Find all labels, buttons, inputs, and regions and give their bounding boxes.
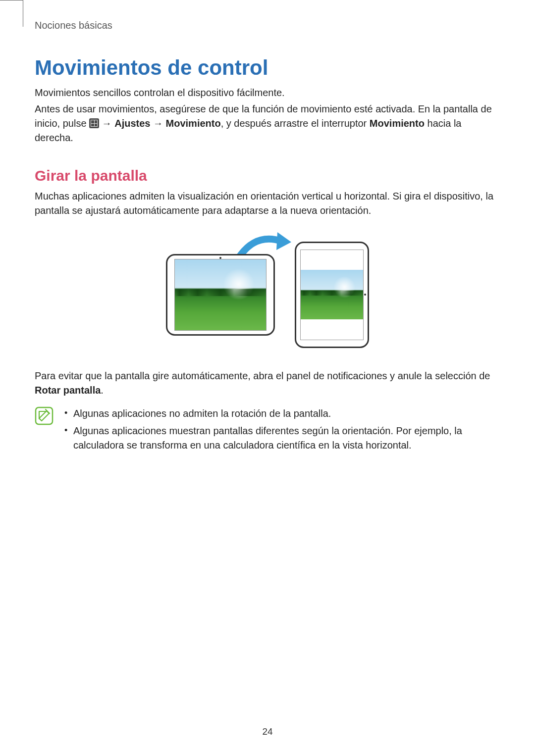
svg-rect-1 <box>36 407 53 424</box>
note-block: Algunas aplicaciones no admiten la rotac… <box>35 406 500 455</box>
bold-movimiento-2: Movimiento <box>370 118 425 129</box>
camera-dot-icon <box>364 294 366 296</box>
apps-grid-icon <box>89 118 99 128</box>
text-segment: Para evitar que la pantalla gire automát… <box>35 370 490 381</box>
intro-paragraph-1: Movimientos sencillos controlan el dispo… <box>35 86 500 100</box>
camera-dot-icon <box>219 257 221 259</box>
page-title: Movimientos de control <box>35 56 500 80</box>
bold-rotar-pantalla: Rotar pantalla <box>35 385 101 396</box>
text-segment: . <box>101 385 104 396</box>
page-number: 24 <box>0 726 535 737</box>
bold-movimiento-1: Movimiento <box>166 118 221 129</box>
landscape-photo <box>301 270 363 319</box>
note-list: Algunas aplicaciones no admiten la rotac… <box>62 406 500 455</box>
text-segment: → <box>150 118 165 129</box>
page-content: Nociones básicas Movimientos de control … <box>0 0 535 455</box>
intro-paragraph-2: Antes de usar movimientos, asegúrese de … <box>35 102 500 145</box>
text-segment: , y después arrastre el interruptor <box>221 118 370 129</box>
note-item-2: Algunas aplicaciones muestran pantallas … <box>62 424 500 453</box>
note-icon <box>35 406 54 425</box>
tablet-screen <box>300 250 364 340</box>
note-item-1: Algunas aplicaciones no admiten la rotac… <box>62 406 500 421</box>
tablet-portrait-illustration <box>295 242 369 348</box>
tablet-landscape-illustration <box>166 254 275 336</box>
breadcrumb: Nociones básicas <box>35 20 500 31</box>
tablet-screen <box>174 259 267 331</box>
rotate-paragraph: Muchas aplicaciones admiten la visualiza… <box>35 189 500 218</box>
subheading-girar: Girar la pantalla <box>35 167 500 184</box>
text-segment: → <box>99 118 114 129</box>
prevent-rotation-paragraph: Para evitar que la pantalla gire automát… <box>35 369 500 398</box>
bold-ajustes: Ajustes <box>114 118 150 129</box>
landscape-photo <box>175 259 266 330</box>
rotation-figure <box>35 230 500 359</box>
svg-marker-0 <box>276 232 291 250</box>
